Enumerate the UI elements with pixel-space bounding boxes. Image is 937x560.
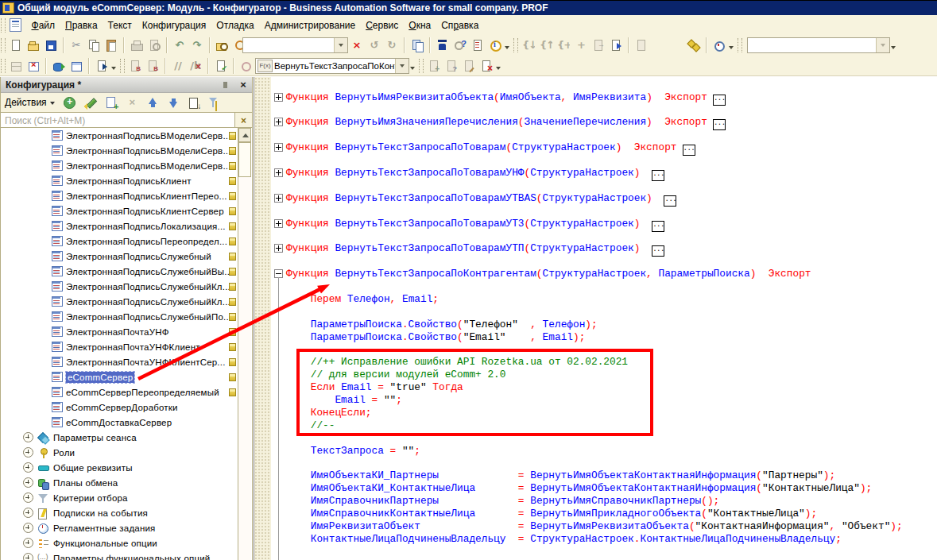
tree-item[interactable]: ЭлектроннаяПодписьСлужебныйВы...	[1, 264, 238, 279]
history-combobox-dropdown[interactable]	[876, 38, 889, 52]
proc-search-icon[interactable]	[240, 60, 253, 72]
search-combobox[interactable]	[242, 37, 348, 53]
menu-item-file[interactable]: Файл	[26, 17, 60, 33]
expand-icon[interactable]	[23, 492, 33, 503]
expand-function-icon[interactable]	[274, 194, 283, 203]
history-combobox[interactable]	[747, 37, 890, 53]
code-line[interactable]: ИмяРеквизитаОбъект = ВернутьИмяРеквизита…	[286, 520, 903, 533]
edit-doc-icon[interactable]	[463, 60, 475, 72]
tree-item[interactable]: ЭлектроннаяПодписьВМоделиСерв...	[1, 158, 238, 173]
scrollbar-up-arrow[interactable]	[238, 128, 251, 142]
panel-splitter[interactable]	[254, 77, 271, 560]
split-window-icon[interactable]	[10, 60, 22, 72]
toolbar-drag-handle[interactable]	[1, 59, 6, 73]
db-update-icon[interactable]	[52, 60, 65, 72]
tree-item[interactable]: ЭлектроннаяПодписьВМоделиСерв...	[1, 143, 238, 158]
add-by-template-button[interactable]	[105, 96, 118, 110]
code-line[interactable]	[286, 129, 903, 141]
tree-item[interactable]: ЭлектроннаяПодписьЛокализация...	[1, 218, 238, 234]
expand-function-icon[interactable]	[274, 143, 283, 152]
tree-item[interactable]: Параметры сеанса	[1, 430, 238, 445]
tree-item[interactable]: eCommСерверПереопределяемый	[1, 384, 238, 400]
add-doc-icon[interactable]	[428, 60, 440, 72]
tree-item[interactable]: ЭлектроннаяПодписьСлужебныйКл...	[1, 279, 238, 294]
toolbar-overflow-arrow[interactable]	[890, 39, 897, 52]
tree-item[interactable]: ЭлектроннаяПочтаУНФ	[1, 324, 238, 339]
expand-icon[interactable]	[23, 462, 33, 473]
toolbar-overflow-arrow[interactable]	[495, 60, 502, 72]
code-line[interactable]: ПараметрыПоиска.Свойство("Телефон" , Тел…	[286, 319, 903, 331]
scrollbar-thumb[interactable]	[238, 142, 251, 177]
code-line[interactable]: ИмяОбъектаКИ_КонтактныеЛица = ВернутьИмя…	[286, 482, 903, 495]
code-line[interactable]	[286, 103, 903, 116]
move-down-button[interactable]	[167, 96, 180, 110]
table-view-icon[interactable]	[70, 60, 83, 72]
menu-item-edit[interactable]: Правка	[60, 17, 103, 33]
code-line[interactable]: ТекстЗапроса = "";	[286, 445, 903, 458]
info-icon[interactable]	[489, 39, 501, 52]
clipboard-icon[interactable]	[635, 39, 648, 52]
toolbar-drag-handle[interactable]	[120, 59, 125, 73]
code-editor[interactable]: Функция ВернутьИмяРеквизитаОбъекта(ИмяОб…	[271, 77, 937, 560]
uncomment-icon[interactable]: /k	[189, 60, 202, 72]
code-line[interactable]: Функция ВернутьТекстЗапросаПоТоварам(Стр…	[286, 141, 903, 154]
expand-function-icon[interactable]	[274, 118, 283, 126]
format-doc-1-icon[interactable]	[129, 60, 141, 72]
actions-menu-button[interactable]: Действия	[5, 97, 47, 108]
code-line[interactable]: Функция ВернутьИмяЗначенияПеречисления(З…	[286, 116, 903, 129]
filter-button[interactable]	[208, 96, 222, 110]
help-doc-icon[interactable]	[445, 60, 458, 72]
expand-icon[interactable]	[23, 447, 33, 458]
add-button[interactable]	[63, 96, 76, 110]
code-line[interactable]	[286, 457, 903, 469]
code-line[interactable]: КонтактныеЛицаПодчиненыВладельцу = Струк…	[286, 533, 903, 546]
stopwatch-dropdown-arrow[interactable]	[728, 39, 735, 52]
proc-next-icon[interactable]: {↑}	[540, 39, 552, 52]
tree-item[interactable]: Подписки на события	[1, 505, 238, 520]
menubar-drag-handle[interactable]	[1, 18, 6, 33]
find-next-icon[interactable]: ↻	[385, 39, 398, 52]
menu-item-help[interactable]: Справка	[436, 17, 484, 33]
info-dropdown-arrow[interactable]	[504, 39, 511, 52]
clear-search-icon[interactable]: ×	[350, 39, 363, 52]
close-window-icon[interactable]	[27, 60, 40, 72]
tree-item[interactable]: eCommСервер	[1, 369, 238, 384]
code-line[interactable]: Функция ВернутьТекстЗапросаПоТоварамУТП(…	[286, 242, 903, 255]
menu-item-text[interactable]: Текст	[103, 17, 137, 33]
new-document-icon[interactable]	[10, 39, 22, 52]
tree-item[interactable]: ЭлектроннаяПодписьКлиентСервер	[1, 203, 238, 218]
tree-item[interactable]: eCommДоставкаСервер	[1, 415, 238, 430]
code-line[interactable]: ИмяСправочникКонтактныеЛица = ВернутьИмя…	[286, 508, 903, 520]
search-folder-icon[interactable]	[216, 39, 229, 52]
comment-icon[interactable]: //	[172, 60, 184, 72]
procedure-combobox-dropdown[interactable]	[395, 59, 408, 73]
delete-button[interactable]: ×	[126, 96, 139, 110]
window-1-icon[interactable]	[652, 39, 665, 52]
code-line[interactable]: Функция ВернутьТекстЗапросаПоТоварамУНФ(…	[286, 167, 903, 180]
tree-item[interactable]: ЭлектроннаяПодписьВМоделиСерв...	[1, 128, 238, 143]
close-panel-button[interactable]: ×	[237, 79, 250, 91]
delete-doc-icon[interactable]	[480, 60, 493, 72]
toolbar-drag-handle[interactable]	[738, 38, 742, 52]
cut-icon[interactable]: ✂	[70, 39, 83, 52]
proc-new-icon[interactable]: +{}	[575, 39, 587, 52]
menu-item-administration[interactable]: Администрирование	[259, 17, 360, 33]
paste-icon[interactable]	[105, 39, 118, 52]
code-line[interactable]: ПараметрыПоиска.Свойство("Email" , Email…	[286, 331, 903, 344]
code-line[interactable]	[286, 230, 903, 242]
tree-scrollbar[interactable]	[238, 128, 251, 560]
expand-icon[interactable]	[23, 508, 33, 518]
tree-item[interactable]: Параметры функциональных опций	[1, 550, 238, 560]
code-line[interactable]	[286, 280, 903, 293]
mdi-document-icon[interactable]	[10, 18, 21, 32]
code-line[interactable]: ИмяСправочникПартнеры = ВернутьИмяСправо…	[286, 495, 903, 508]
print-icon[interactable]	[130, 39, 143, 52]
menu-item-service[interactable]: Сервис	[361, 17, 404, 33]
expand-icon[interactable]	[23, 523, 33, 533]
redo-icon[interactable]: ↷	[191, 39, 203, 52]
search-input[interactable]: Поиск (Ctrl+Alt+M)	[1, 113, 234, 127]
code-line[interactable]: Функция ВернутьТекстЗапросаПоТоварамУТ3(…	[286, 218, 903, 230]
bookmarks-icon[interactable]	[687, 39, 700, 52]
find-prev-icon[interactable]: ↺	[368, 39, 381, 52]
compare-icon[interactable]	[95, 60, 108, 72]
